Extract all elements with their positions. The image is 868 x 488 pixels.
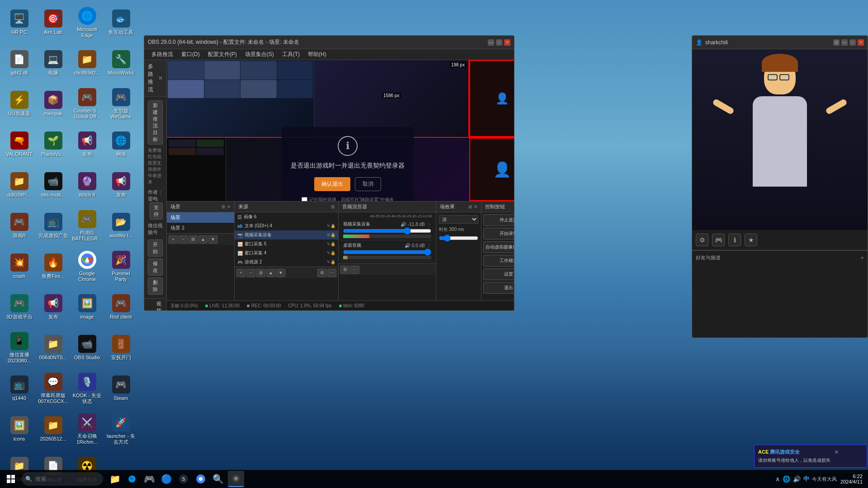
taskbar-clock[interactable]: 6:22 2024/4/11	[840, 474, 863, 484]
desktop-icon-wegame[interactable]: 🎮 变型版 WeGame	[104, 84, 138, 124]
desktop-icon-ddi039[interactable]: 📁 ddl039Pi...	[2, 165, 36, 206]
taskbar-chevron-icon[interactable]: ∧	[775, 475, 780, 483]
desktop-icon-gd42[interactable]: 📄 gd42.dll	[2, 43, 36, 84]
support-btn[interactable]: 支持	[150, 202, 163, 220]
desktop-icon-app6[interactable]: 📁 006d0NTS...	[36, 328, 70, 368]
obs-menu-help[interactable]: 帮助(H)	[304, 50, 330, 59]
dialog-confirm-btn[interactable]: 确认退出	[314, 177, 350, 191]
desktop-icon-google-chrome[interactable]: Google Chrome	[70, 246, 104, 287]
effects-duration-slider[interactable]	[439, 235, 478, 242]
desktop-icon-pummel[interactable]: 🎉 Pummel Party	[104, 246, 138, 287]
sources-del-btn[interactable]: −	[246, 269, 255, 277]
obs-close-btn[interactable]: ✕	[504, 39, 510, 46]
desktop-icon-microworks[interactable]: 🔧 MicroWorks	[104, 43, 138, 84]
taskbar-obs-active[interactable]	[228, 471, 244, 487]
right-panel-pin-btn[interactable]: ⊟	[833, 39, 840, 46]
taskbar-app-file-explorer[interactable]: 📁	[107, 471, 123, 487]
audio-vcap-more-btn[interactable]: ⋮	[427, 222, 431, 227]
taskbar-speaker-icon[interactable]: 🔊	[793, 475, 801, 483]
desktop-icon-app-open[interactable]: 🚪 安抚开门	[104, 328, 138, 368]
scene-item-1[interactable]: 场景	[167, 212, 234, 223]
desktop-icon-publish3[interactable]: 📢 发布	[36, 287, 70, 328]
scene-del-btn[interactable]: −	[179, 235, 188, 244]
delete-btn[interactable]: 删除	[148, 277, 163, 295]
desktop-icon-plantsva[interactable]: 🌱 PlantsVs...	[36, 124, 70, 165]
desktop-icon-boost1[interactable]: 📺 完成虚拟广告	[36, 206, 70, 246]
obs-menu-config[interactable]: 配置文件(P)	[204, 50, 241, 59]
taskbar-app-chrome[interactable]	[193, 471, 209, 487]
audio-gear-btn[interactable]: ⚙	[340, 266, 349, 274]
desktop-icon-publish1[interactable]: 📢 发布	[70, 124, 104, 165]
desktop-icon-danmu[interactable]: 💬 弹幕民席版 007XCGCX...	[36, 368, 70, 409]
right-panel-close-btn[interactable]: ✕	[858, 39, 864, 46]
desktop-icon-edge[interactable]: 🌐 Microsoft Edge	[70, 2, 104, 43]
rp-settings-icon[interactable]: ⚙	[696, 234, 708, 246]
audio-more-btn[interactable]: ⋯	[350, 266, 359, 274]
rp-game-icon[interactable]: 🎮	[712, 234, 725, 246]
audio-vcap-mute-btn[interactable]: 🔊	[401, 222, 406, 227]
taskbar-app-edge-browser[interactable]	[124, 471, 140, 487]
scene-filter-btn[interactable]: ⊞	[189, 235, 198, 244]
desktop-icon-uujisuqi[interactable]: ⚡ UU加速器	[2, 84, 36, 124]
rp-info-icon[interactable]: ℹ	[728, 234, 741, 246]
taskbar-lang-indicator[interactable]: 中	[803, 475, 809, 483]
source-item-window5[interactable]: 🪟 窗口采集 5 ✎🔒	[235, 239, 338, 249]
desktop-icon-valorant[interactable]: 🔫 VALORANT	[2, 124, 36, 165]
desktop-icon-obs-studio[interactable]: 📹 OBS Studio	[70, 328, 104, 368]
obs-minimize-btn[interactable]: —	[488, 39, 494, 46]
desktop-icon-3d-platform[interactable]: 🎮 3D游戏平台	[2, 287, 36, 328]
sources-more-btn[interactable]: ⋯	[327, 269, 336, 277]
desktop-icon-kook[interactable]: 🎙️ KOOK - 失业状态	[70, 368, 104, 409]
desktop-icon-pc[interactable]: 💻 电脑	[36, 43, 70, 84]
audio-desktop-more-btn[interactable]: ⋮	[427, 243, 431, 248]
desktop-icon-free-fire[interactable]: 🔥 免费Fire...	[36, 246, 70, 287]
desktop-icon-cfe[interactable]: 📁 cfe3f69d2...	[70, 43, 104, 84]
source-item-text4[interactable]: ab 文本 (GDI+) 4 ✎🔒	[235, 221, 338, 230]
rp-star-icon[interactable]: ★	[745, 234, 757, 246]
dialog-cancel-btn[interactable]: 取消	[355, 177, 381, 191]
hotkey-start-rec-btn[interactable]: 开始录制	[483, 228, 514, 239]
audio-vcap-slider[interactable]	[343, 228, 431, 234]
taskbar-app-game-controller[interactable]: 🎮	[141, 471, 157, 487]
desktop-icon-aim-lab[interactable]: 🎯 Aim Lab	[36, 2, 70, 43]
desktop-icon-mainpak[interactable]: 📦 mainpak	[36, 84, 70, 124]
desktop-icon-counter[interactable]: 🎮 Counter-S... Global Off...	[70, 84, 104, 124]
desktop-icon-icons2[interactable]: 🖼️ icons	[2, 409, 36, 450]
scene-up-btn[interactable]: ▲	[198, 235, 208, 244]
desktop-icon-hr-pc[interactable]: 🖥️ HR PC	[2, 2, 36, 43]
desktop-icon-publish2[interactable]: 📢 发布	[104, 165, 138, 206]
source-item-video[interactable]: 📷 视频采集设备 ⚙🔒	[235, 230, 338, 239]
audio-desktop-mute-btn[interactable]: 🔊	[405, 243, 410, 248]
taskbar-start-btn[interactable]	[2, 470, 20, 488]
scene-add-btn[interactable]: +	[169, 235, 178, 244]
obs-maximize-btn[interactable]: □	[496, 39, 502, 46]
multistream-close[interactable]: ✕	[158, 75, 163, 81]
chat-add-btn[interactable]: +	[860, 254, 864, 261]
desktop-icon-pubg[interactable]: 🎮 PUBG BATTLEGR...	[70, 206, 104, 246]
desktop-icon-weibo[interactable]: 📱 微信直播 2023080...	[2, 328, 36, 368]
taskbar-search-input[interactable]	[22, 472, 103, 486]
source-item-game2[interactable]: 🎮 游戏源 2 ✎🔒	[235, 258, 338, 267]
taskbar-network-icon[interactable]: 🌐	[783, 475, 790, 483]
sources-add-btn[interactable]: +	[236, 269, 245, 277]
source-item-image6[interactable]: 🖼 画像 6	[235, 212, 338, 221]
sources-up-btn[interactable]: ▲	[266, 269, 275, 277]
desktop-icon-tianming[interactable]: ⚔️ 天命召唤 1Richm...	[70, 409, 104, 450]
desktop-icon-game-r[interactable]: 🎮 游戏R	[2, 206, 36, 246]
dialog-remember-checkbox[interactable]	[302, 197, 307, 201]
obs-menu-tools[interactable]: 工具(T)	[278, 50, 303, 59]
edit-btn[interactable]: 修改	[148, 258, 163, 276]
obs-menu-file[interactable]: 多路推流	[148, 50, 177, 59]
desktop-icon-date-folder[interactable]: 📁 20260512...	[36, 409, 70, 450]
right-panel-min-btn[interactable]: —	[841, 39, 848, 46]
desktop-icon-image[interactable]: 🖼️ image	[70, 287, 104, 328]
desktop-icon-steam[interactable]: 🎮 Steam	[104, 368, 138, 409]
desktop-icon-network[interactable]: 🌐 网络	[104, 124, 138, 165]
security-close-btn[interactable]: ✕	[834, 449, 839, 455]
desktop-icon-woollily[interactable]: 📂 woollily l...	[104, 206, 138, 246]
scene-down-btn[interactable]: ▼	[208, 235, 217, 244]
hotkey-stop-live-btn[interactable]: 停止直播	[483, 214, 514, 226]
desktop-icon-witch[interactable]: 🔮 Witch II	[70, 165, 104, 206]
hotkey-settings-btn[interactable]: 设置	[483, 268, 514, 280]
sources-down-btn[interactable]: ▼	[276, 269, 285, 277]
